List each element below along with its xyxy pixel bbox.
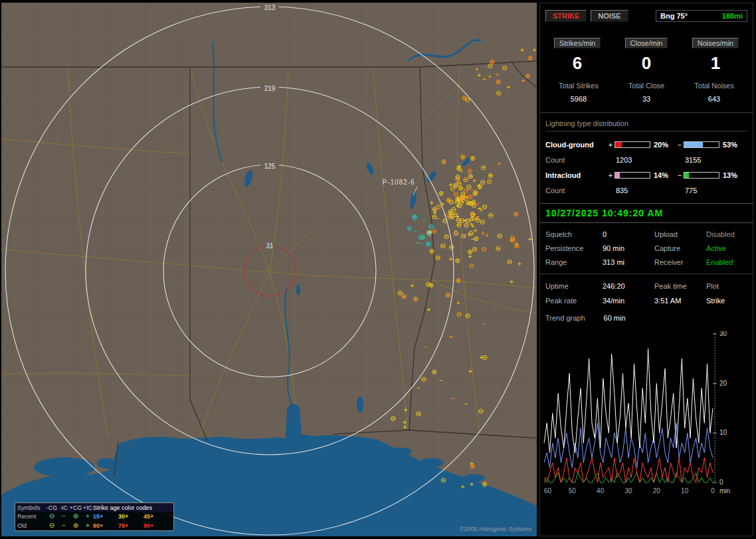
svg-text:⊕: ⊕ (469, 215, 474, 222)
map-svg[interactable]: ⊖⊕⊕⊖⊖⊖⊖⊕⊖+⊕⊖+++⊖⊖+⊕⊕⊕+−⊕⊕+⊕⊕⊕⊕−⊖⊖⊖⊕⊕+⊖++… (1, 3, 537, 536)
svg-text:min: min (719, 487, 730, 495)
svg-text:⊖: ⊖ (454, 198, 460, 206)
distribution-name: Intracloud (545, 171, 607, 179)
marker-label: P-1082-6 (382, 179, 415, 186)
svg-text:⊕: ⊕ (510, 236, 515, 244)
svg-text:+: + (410, 282, 414, 289)
ring-label-219: 219 (264, 85, 276, 92)
distribution-section: Lightning type distribution Cloud-ground… (540, 113, 753, 198)
strikes-per-min-badge[interactable]: Strikes/min (554, 38, 601, 48)
persistence-label: Persistence (545, 244, 603, 252)
svg-text:⊕: ⊕ (456, 277, 461, 284)
svg-text:30: 30 (624, 487, 632, 495)
range-label: Range (545, 258, 603, 266)
trend-header: Trend graph 60 min (540, 310, 753, 325)
svg-text:+: + (449, 333, 453, 341)
receiver-label: Receiver (654, 258, 706, 266)
svg-text:+: + (477, 72, 481, 79)
ic-count-row: Count 835 775 (545, 183, 747, 198)
strike-symbols-legend: Symbols -CG -IC +CG +IC Strike age color… (15, 502, 174, 531)
noises-per-min-badge[interactable]: Noises/min (692, 38, 739, 48)
svg-text:⊖: ⊖ (416, 410, 421, 418)
svg-text:⊖: ⊖ (456, 311, 461, 318)
svg-text:⊕: ⊕ (431, 368, 436, 376)
cg-negative-count: 3155 (676, 156, 742, 164)
legend-header: Symbols -CG -IC +CG +IC Strike age color… (15, 503, 173, 512)
strikes-per-min: Strikes/min 6 (547, 38, 608, 74)
uptime-value: 246:20 (603, 282, 654, 290)
legend-row-old: Old ⊖ − ⊕ + 60+ 75+ 90+ (15, 521, 173, 530)
svg-text:+: + (485, 232, 489, 239)
svg-text:+: + (455, 213, 459, 220)
app-window: ⊖⊕⊕⊖⊖⊖⊖⊕⊖+⊕⊖+++⊖⊖+⊕⊕⊕+−⊕⊕+⊕⊕⊕⊕−⊖⊖⊖⊕⊕+⊖++… (0, 0, 756, 539)
svg-text:−: − (428, 232, 432, 240)
svg-text:+: + (520, 46, 524, 54)
svg-text:+: + (528, 236, 532, 243)
ic-minus-icon: − (58, 513, 69, 520)
plot-label: Plot (706, 282, 747, 290)
svg-text:⊖: ⊖ (472, 189, 478, 196)
svg-text:⊖: ⊖ (480, 179, 485, 186)
ic-plus-icon: + (82, 522, 93, 529)
svg-text:0: 0 (711, 487, 715, 495)
ic-negative-bar (684, 172, 719, 179)
trend-graph: 30201006050403020100min (543, 331, 742, 497)
svg-text:+: + (456, 299, 460, 307)
settings-section: Squelch 0 Upload Disabled Persistence 90… (540, 223, 753, 274)
noises-per-min-value: 1 (685, 53, 746, 74)
svg-text:−: − (482, 321, 486, 328)
distribution-title: Lightning type distribution (545, 117, 747, 131)
svg-text:−: − (478, 204, 482, 212)
peak-rate-label: Peak rate (545, 297, 603, 305)
status-panel: STRIKE NOISE Bng 75° 188mi Strikes/min 6… (539, 3, 753, 536)
noise-button[interactable]: NOISE (591, 10, 628, 22)
svg-text:⊖: ⊖ (465, 96, 470, 104)
svg-text:−: − (451, 395, 455, 402)
copyright: ©2005 Astrogenic Systems (460, 526, 531, 532)
svg-text:⊖: ⊖ (454, 173, 460, 181)
svg-text:⊕: ⊕ (470, 198, 476, 206)
cg-minus-icon: ⊖ (45, 513, 58, 520)
map-view[interactable]: ⊖⊕⊕⊖⊖⊖⊖⊕⊖+⊕⊖+++⊖⊖+⊕⊕⊕+−⊕⊕+⊕⊕⊕⊕−⊖⊖⊖⊕⊕+⊖++… (1, 3, 537, 536)
cg-plus-icon: ⊕ (69, 513, 82, 520)
svg-text:⊖: ⊖ (486, 178, 492, 185)
svg-text:10: 10 (719, 429, 727, 436)
svg-text:20: 20 (653, 487, 661, 495)
svg-text:+: + (482, 76, 486, 83)
svg-text:+: + (449, 256, 453, 263)
svg-text:⊕: ⊕ (413, 295, 418, 303)
trend-graph-container: 30201006050403020100min (540, 325, 753, 499)
close-per-min-badge[interactable]: Close/min (625, 38, 668, 48)
svg-text:⊕: ⊕ (489, 58, 494, 66)
bearing-range: 188mi (722, 12, 743, 20)
trend-label: Trend graph (545, 314, 585, 322)
svg-text:+: + (403, 424, 407, 431)
svg-text:+: + (495, 71, 499, 78)
ic-minus-icon: − (58, 522, 69, 529)
squelch-label: Squelch (545, 230, 603, 238)
cg-negative-bar (684, 141, 719, 148)
svg-text:⊖: ⊖ (460, 194, 465, 201)
legend-title: Symbols (17, 504, 45, 511)
svg-text:+: + (426, 306, 430, 313)
svg-text:60: 60 (544, 487, 552, 495)
svg-text:⊖: ⊖ (488, 212, 493, 219)
uptime-label: Uptime (545, 282, 603, 290)
svg-text:+: + (433, 209, 437, 216)
peak-time-label: Peak time (654, 282, 706, 290)
peak-rate-value: 34/min (603, 297, 654, 305)
cg-plus-icon: ⊕ (69, 522, 82, 529)
svg-text:⊖: ⊖ (496, 90, 501, 97)
datetime-display: 10/27/2025 10:49:20 AM (540, 203, 753, 223)
svg-text:⊖: ⊖ (506, 258, 512, 266)
ic-positive-pct: 14% (650, 171, 676, 179)
strike-button[interactable]: STRIKE (545, 10, 587, 22)
svg-text:10: 10 (681, 487, 689, 495)
plus-sign: + (607, 141, 614, 149)
svg-text:⊖: ⊖ (435, 254, 440, 262)
cg-positive-bar (614, 141, 650, 148)
svg-text:+: + (488, 73, 492, 80)
svg-text:⊖: ⊖ (428, 223, 434, 230)
svg-text:⊕: ⊕ (456, 165, 461, 172)
svg-text:⊖: ⊖ (448, 244, 454, 251)
